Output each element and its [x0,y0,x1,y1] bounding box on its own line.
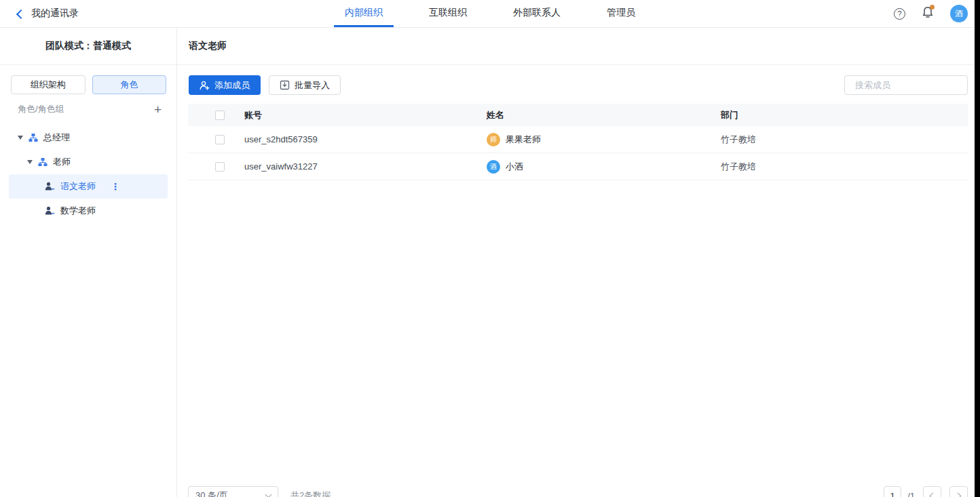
import-icon [280,80,290,90]
search-member-input[interactable] [855,80,975,90]
screen-edge-strip [975,0,980,497]
tree-node-teacher[interactable]: 老师 [0,150,176,174]
row-select-cell [188,162,244,172]
pager: /1 [884,486,968,497]
department-cell: 竹子教培 [721,134,968,146]
more-options-icon[interactable]: ⋮ [111,181,120,192]
tree-node-general-manager[interactable]: 总经理 [0,125,176,150]
role-tree: 总经理 老师 [0,124,176,223]
top-tabs: 内部组织 互联组织 外部联系人 管理员 [334,0,646,27]
tree-node-label: 老师 [53,156,71,168]
add-member-button[interactable]: 添加成员 [189,75,261,95]
chevron-right-icon [955,492,962,497]
column-header-name: 姓名 [487,109,721,121]
role-title: 语文老师 [177,28,980,65]
role-person-icon [45,182,55,191]
team-mode-label: 团队模式：普通模式 [0,28,176,65]
prev-page-button[interactable] [923,486,941,497]
name-cell: 酒 小酒 [487,160,721,174]
tab-connected-org[interactable]: 互联组织 [418,0,478,27]
topbar-actions: ? 酒 [894,0,968,27]
user-avatar[interactable]: 酒 [950,5,968,22]
role-person-icon [45,206,55,216]
toolbar: 添加成员 批量导入 [177,65,980,95]
notifications-button[interactable] [922,6,934,22]
total-records-label: 共2条数据 [290,490,331,497]
sidebar: 团队模式：普通模式 组织架构 角色 角色/角色组 + 总经理 [0,28,177,497]
department-cell: 竹子教培 [721,161,968,173]
page-size-label: 30 条/页 [195,490,228,497]
tree-node-math-teacher[interactable]: 数学老师 [0,199,176,223]
table-header-row: 账号 姓名 部门 [188,104,968,126]
members-table: 账号 姓名 部门 user_s2hdt567359 师 果果老师 竹子教培 [188,104,968,180]
chevron-down-icon [265,492,272,497]
notification-badge [930,5,935,9]
name-cell: 师 果果老师 [487,133,721,146]
tab-internal-org[interactable]: 内部组织 [334,0,394,27]
sidebar-view-toggle: 组织架构 角色 [0,65,176,94]
select-all-cell [188,111,244,120]
caret-down-icon[interactable] [27,160,33,164]
page-title: 我的通讯录 [31,7,79,20]
member-name: 果果老师 [506,134,541,146]
add-role-icon[interactable]: + [154,103,162,116]
tree-node-chinese-teacher[interactable]: 语文老师 ⋮ [9,174,168,199]
page-size-select[interactable]: 30 条/页 [188,486,278,497]
pagination-bar: 30 条/页 共2条数据 /1 [177,486,980,497]
help-icon[interactable]: ? [894,8,905,20]
row-checkbox[interactable] [215,162,225,172]
row-checkbox[interactable] [215,135,225,144]
main-panel: 语文老师 添加成员 批量导入 [177,28,980,497]
batch-import-button[interactable]: 批量导入 [269,75,341,95]
org-hierarchy-icon [38,157,48,167]
table-row[interactable]: user_vaiwfw31227 酒 小酒 竹子教培 [188,153,968,180]
member-avatar: 酒 [487,160,500,174]
table-row[interactable]: user_s2hdt567359 师 果果老师 竹子教培 [188,126,968,153]
add-member-label: 添加成员 [214,79,250,92]
next-page-button[interactable] [949,486,968,497]
add-person-icon [200,81,210,90]
content-layout: 团队模式：普通模式 组织架构 角色 角色/角色组 + 总经理 [0,28,980,497]
tab-admins[interactable]: 管理员 [596,0,646,27]
caret-down-icon[interactable] [18,136,23,140]
column-header-account: 账号 [244,109,487,121]
tab-external-contacts[interactable]: 外部联系人 [502,0,571,27]
tree-node-label: 数学老师 [60,205,96,217]
member-avatar: 师 [487,133,500,146]
batch-import-label: 批量导入 [295,79,330,92]
page-number-input[interactable] [884,486,901,497]
tree-node-label: 语文老师 [60,180,96,193]
back-chevron-icon [16,9,26,18]
account-cell: user_s2hdt567359 [244,134,487,144]
search-member-box[interactable] [844,75,968,95]
select-all-checkbox[interactable] [215,111,225,120]
chevron-left-icon [930,492,937,497]
org-hierarchy-icon [29,133,38,142]
role-group-header: 角色/角色组 + [0,94,176,124]
role-button[interactable]: 角色 [92,75,167,94]
account-cell: user_vaiwfw31227 [244,161,487,172]
topbar: 我的通讯录 内部组织 互联组织 外部联系人 管理员 ? 酒 [0,0,980,28]
role-group-label: 角色/角色组 [18,103,64,115]
back-button[interactable]: 我的通讯录 [0,7,79,20]
column-header-department: 部门 [721,109,968,121]
org-structure-button[interactable]: 组织架构 [11,75,86,94]
page-total-label: /1 [907,491,915,497]
row-select-cell [188,135,244,144]
tree-node-label: 总经理 [43,132,70,144]
member-name: 小酒 [506,161,523,173]
